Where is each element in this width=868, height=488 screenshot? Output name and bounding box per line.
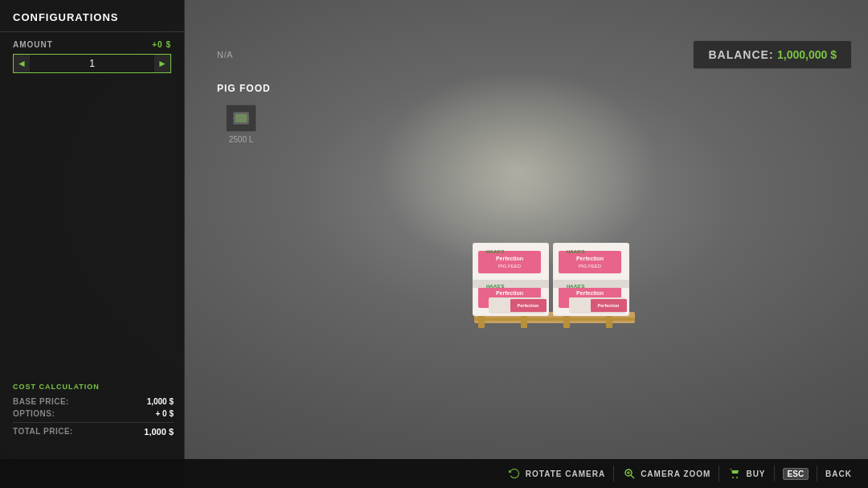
- total-label: TOTAL PRICE:: [13, 427, 73, 437]
- svg-rect-26: [473, 280, 549, 288]
- rotate-camera-item[interactable]: ROTATE CAMERA: [499, 459, 613, 488]
- stepper-decrease-btn[interactable]: ◄: [14, 55, 30, 72]
- esc-key[interactable]: ESC: [783, 468, 809, 480]
- bottom-toolbar: ROTATE CAMERA CAMERA ZOOM BUY ESC: [0, 459, 868, 488]
- amount-delta: +0 $: [152, 40, 171, 49]
- balance-display: BALANCE: 1,000,000 $: [693, 40, 852, 69]
- svg-rect-27: [553, 280, 629, 288]
- sidebar-panel: CONFIGURATIONS AMOUNT +0 $ ◄ 1 ► COST CA…: [0, 0, 185, 488]
- cost-title: COST CALCULATION: [13, 383, 174, 391]
- total-price-row: TOTAL PRICE: 1,000 $: [13, 427, 174, 437]
- svg-text:Perfection: Perfection: [576, 256, 604, 261]
- svg-text:Perfection: Perfection: [598, 303, 620, 308]
- product-name: PIG FOOD: [217, 83, 271, 94]
- amount-stepper[interactable]: ◄ 1 ►: [13, 54, 171, 73]
- product-icon-svg: [230, 107, 252, 129]
- amount-section: AMOUNT +0 $ ◄ 1 ►: [0, 32, 184, 81]
- svg-rect-18: [478, 251, 541, 273]
- product-icon-container: 2500 L: [217, 105, 265, 149]
- product-icon: [226, 105, 256, 132]
- svg-point-47: [736, 477, 738, 478]
- product-3d-view: Perfection PIG FEED Perfection PIG FEED …: [466, 193, 643, 354]
- options-value: + 0 $: [155, 409, 174, 418]
- product-na-label: N/A: [217, 50, 233, 59]
- back-item[interactable]: BACK: [817, 459, 860, 488]
- camera-zoom-label: CAMERA ZOOM: [641, 470, 710, 478]
- buy-label: BUY: [746, 470, 765, 478]
- amount-label-row: AMOUNT +0 $: [13, 40, 171, 49]
- options-row: OPTIONS: + 0 $: [13, 409, 174, 418]
- svg-text:Perfection: Perfection: [518, 303, 540, 308]
- svg-text:PIG FEED: PIG FEED: [579, 264, 602, 269]
- base-price-label: BASE PRICE:: [13, 397, 69, 406]
- product-volume: 2500 L: [229, 135, 254, 144]
- esc-item[interactable]: ESC: [775, 459, 817, 488]
- svg-text:HAAS'S: HAAS'S: [486, 249, 504, 254]
- amount-label-text: AMOUNT: [13, 40, 53, 49]
- stepper-increase-btn[interactable]: ►: [154, 55, 170, 72]
- balance-amount: 1,000,000 $: [777, 48, 837, 61]
- svg-text:Perfection: Perfection: [496, 256, 523, 261]
- balance-label: BALANCE:: [708, 48, 773, 61]
- svg-text:HAAS'S: HAAS'S: [486, 284, 504, 289]
- base-price-value: 1,000 $: [147, 397, 174, 406]
- rotate-camera-icon: [507, 466, 522, 481]
- svg-text:PIG FEED: PIG FEED: [498, 264, 522, 269]
- buy-item[interactable]: BUY: [719, 459, 773, 488]
- svg-line-43: [631, 475, 634, 478]
- cost-divider: [13, 422, 174, 423]
- rotate-camera-label: ROTATE CAMERA: [526, 470, 605, 478]
- options-label: OPTIONS:: [13, 409, 55, 418]
- svg-text:Perfection: Perfection: [576, 290, 604, 296]
- camera-zoom-icon: [622, 466, 637, 481]
- back-label: BACK: [825, 470, 852, 478]
- total-value: 1,000 $: [144, 427, 174, 437]
- svg-text:Perfection: Perfection: [496, 290, 523, 296]
- svg-text:HAAS'S: HAAS'S: [567, 249, 584, 254]
- svg-text:HAAS'S: HAAS'S: [567, 284, 584, 289]
- configurations-title: CONFIGURATIONS: [0, 0, 184, 31]
- buy-icon: [727, 466, 742, 481]
- svg-rect-23: [559, 251, 621, 273]
- cost-section: COST CALCULATION BASE PRICE: 1,000 $ OPT…: [13, 383, 174, 440]
- camera-zoom-item[interactable]: CAMERA ZOOM: [614, 459, 719, 488]
- base-price-row: BASE PRICE: 1,000 $: [13, 397, 174, 406]
- svg-point-46: [732, 477, 734, 478]
- stepper-value: 1: [30, 58, 154, 69]
